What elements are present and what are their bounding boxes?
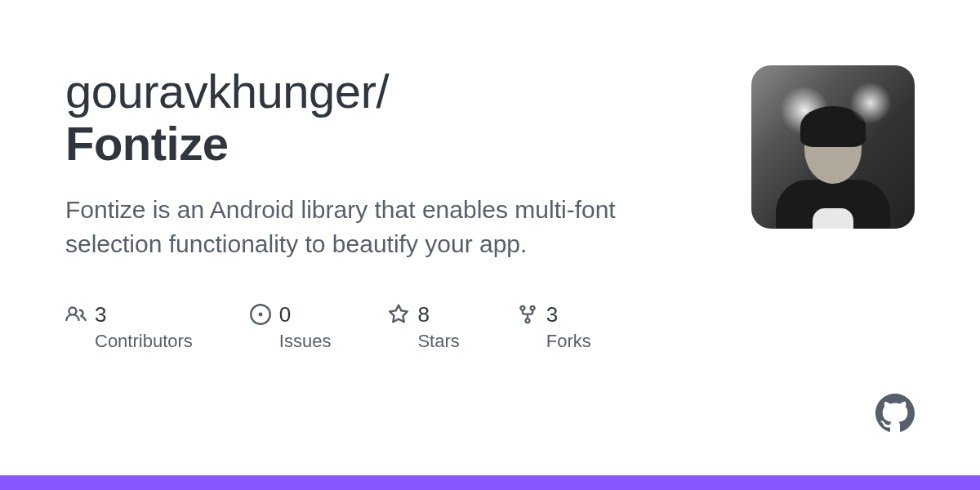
github-icon[interactable] <box>875 394 915 433</box>
avatar-face <box>784 106 882 229</box>
stat-issues[interactable]: 0 Issues <box>250 302 332 352</box>
repo-name: Fontize <box>65 117 228 170</box>
stat-text: 8 Stars <box>417 302 459 352</box>
stat-stars[interactable]: 8 Stars <box>388 302 459 352</box>
path-separator: / <box>376 65 389 118</box>
accent-bar <box>0 475 980 490</box>
forks-count: 3 <box>546 302 591 327</box>
people-icon <box>65 304 87 325</box>
stat-text: 0 Issues <box>279 302 332 352</box>
stat-text: 3 Contributors <box>95 302 193 352</box>
owner-name: gouravkhunger <box>65 65 376 118</box>
stat-forks[interactable]: 3 Forks <box>517 302 591 352</box>
issues-label: Issues <box>279 331 332 352</box>
star-icon <box>388 304 409 325</box>
issue-icon <box>250 304 271 325</box>
stats-row: 3 Contributors 0 Issues 8 Stars <box>65 302 670 352</box>
stars-count: 8 <box>417 302 459 327</box>
forks-label: Forks <box>546 331 591 352</box>
fork-icon <box>517 304 538 325</box>
social-card: gouravkhunger/ Fontize Fontize is an And… <box>0 0 980 433</box>
avatar[interactable] <box>751 65 915 229</box>
issues-count: 0 <box>279 302 332 327</box>
repo-path[interactable]: gouravkhunger/ Fontize <box>65 65 670 170</box>
repo-description: Fontize is an Android library that enabl… <box>65 193 670 261</box>
title-block: gouravkhunger/ Fontize <box>65 65 670 170</box>
main-content: gouravkhunger/ Fontize Fontize is an And… <box>65 65 670 433</box>
stat-text: 3 Forks <box>546 302 591 352</box>
sidebar <box>751 65 915 433</box>
contributors-count: 3 <box>95 302 193 327</box>
stars-label: Stars <box>417 331 459 352</box>
stat-contributors[interactable]: 3 Contributors <box>65 302 193 352</box>
contributors-label: Contributors <box>95 331 193 352</box>
